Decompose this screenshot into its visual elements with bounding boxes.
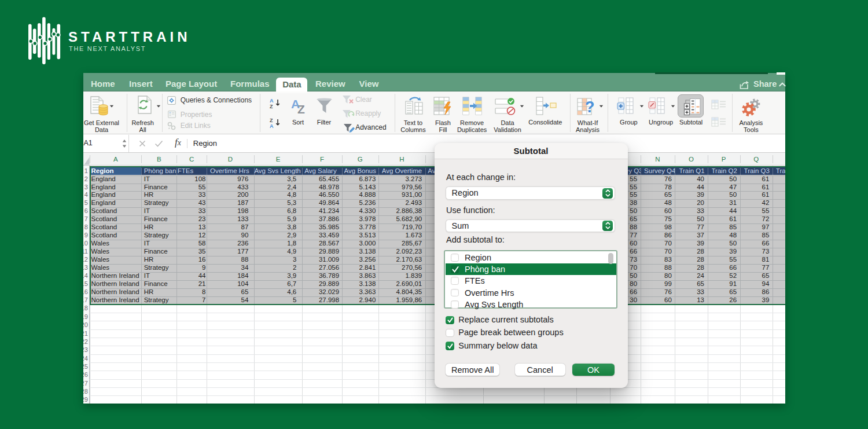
svg-text:A: A [270,98,274,104]
svg-text:Z: Z [297,102,305,116]
svg-text:Z: Z [270,104,273,109]
svg-text:?: ? [585,98,595,116]
